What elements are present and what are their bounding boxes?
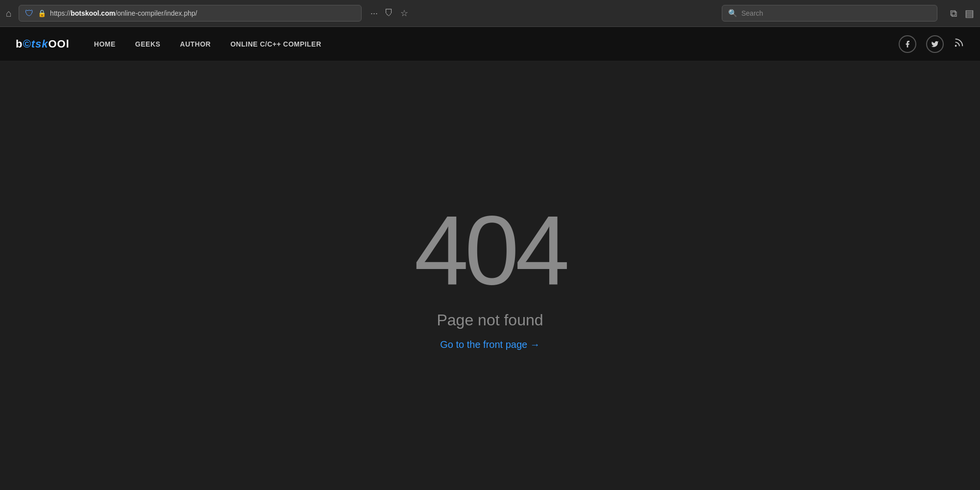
browser-chrome: ⌂ 🛡 🔒 https://botskool.com/online-compil…	[0, 0, 980, 27]
nav-links: HOME GEEKS AUTHOR ONLINE C/C++ COMPILER	[94, 40, 899, 48]
nav-social	[899, 35, 964, 53]
bookmark-shield-icon[interactable]: ⛉	[385, 8, 393, 19]
nav-author[interactable]: AUTHOR	[180, 40, 211, 48]
address-bar[interactable]: 🛡 🔒 https://botskool.com/online-compiler…	[19, 5, 362, 22]
main-content: 404 Page not found Go to the front page …	[0, 61, 980, 490]
star-icon[interactable]: ☆	[400, 8, 408, 19]
nav-geeks[interactable]: GEEKS	[135, 40, 161, 48]
url-prefix: https://	[50, 9, 71, 17]
search-placeholder: Search	[741, 9, 763, 17]
front-page-link[interactable]: Go to the front page →	[440, 339, 539, 350]
lock-icon: 🔒	[38, 9, 46, 17]
svg-point-0	[956, 45, 956, 46]
shield-icon: 🛡	[25, 8, 34, 19]
error-message: Page not found	[437, 311, 543, 329]
site-nav: b©tskOOl HOME GEEKS AUTHOR ONLINE C/C++ …	[0, 27, 980, 61]
nav-compiler[interactable]: ONLINE C/C++ COMPILER	[230, 40, 321, 48]
more-options-icon[interactable]: ···	[370, 8, 378, 19]
url-domain: botskool.com	[71, 9, 115, 17]
logo-b: b	[16, 38, 23, 50]
logo-ool: OOl	[48, 38, 69, 50]
search-bar[interactable]: 🔍 Search	[722, 5, 937, 22]
library-icon[interactable]: ⧉	[950, 8, 957, 19]
nav-home[interactable]: HOME	[94, 40, 116, 48]
browser-right-icons: ⧉ ▤	[950, 7, 974, 19]
rss-icon[interactable]	[954, 37, 964, 51]
browser-action-icons: ··· ⛉ ☆	[370, 8, 408, 19]
site-logo[interactable]: b©tskOOl	[16, 38, 70, 50]
facebook-icon[interactable]	[899, 35, 916, 53]
logo-ots: ©tsk	[23, 38, 48, 50]
browser-home-icon[interactable]: ⌂	[6, 8, 12, 19]
twitter-icon[interactable]	[926, 35, 944, 53]
error-code: 404	[414, 201, 566, 299]
search-icon: 🔍	[728, 9, 737, 18]
url-path: /online-compiler/index.php/	[115, 9, 197, 17]
browser-url: https://botskool.com/online-compiler/ind…	[50, 9, 355, 17]
reader-view-icon[interactable]: ▤	[965, 7, 974, 19]
